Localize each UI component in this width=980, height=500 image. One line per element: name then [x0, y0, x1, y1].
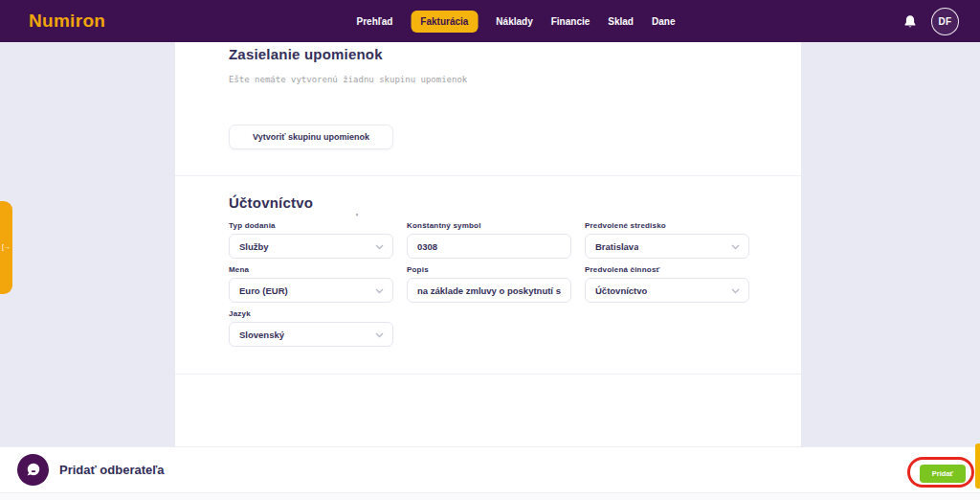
- app-window: Numiron Prehľad Fakturácia Náklady Finan…: [0, 0, 980, 500]
- reminders-section-title: Zasielanie upomienok: [229, 46, 383, 62]
- footer-action-label: Pridať odberateľa: [59, 463, 165, 477]
- section-divider: [175, 175, 801, 176]
- chat-bubble-badge: [17, 454, 49, 486]
- accounting-form: Typ dodania Služby Konštantný symbol Pre…: [229, 221, 749, 347]
- select-value: Služby: [239, 241, 269, 252]
- chevron-down-icon: [375, 332, 384, 338]
- predvolena-cinnost-select[interactable]: Účtovníctvo: [585, 278, 749, 303]
- field-predvolene-stredisko: Predvolené stredisko Bratislava: [585, 221, 749, 259]
- field-mena: Mena Euro (EUR): [229, 265, 393, 303]
- select-value: Euro (EUR): [239, 285, 288, 296]
- section-divider: [175, 374, 801, 375]
- field-konstantny-symbol: Konštantný symbol: [407, 221, 571, 259]
- create-reminder-group-button[interactable]: Vytvoriť skupinu upomienok: [229, 125, 393, 149]
- reminders-empty-message: Ešte nemáte vytvorenú žiadnu skupinu upo…: [229, 75, 467, 84]
- chevron-down-icon: [375, 288, 384, 294]
- field-label: Predvolené stredisko: [585, 221, 749, 230]
- bottom-page-strip: [0, 492, 980, 500]
- app-logo[interactable]: Numiron: [29, 11, 105, 32]
- field-typ-dodania: Typ dodania Služby: [229, 221, 393, 259]
- chevron-down-icon: [731, 244, 740, 250]
- select-value: Bratislava: [595, 241, 638, 252]
- mena-select[interactable]: Euro (EUR): [229, 278, 393, 303]
- field-label: Konštantný symbol: [407, 221, 571, 230]
- main-navigation: Prehľad Fakturácia Náklady Financie Skla…: [357, 0, 676, 42]
- user-avatar[interactable]: DF: [931, 8, 959, 35]
- field-predvolena-cinnost: Predvolená činnosť Účtovníctvo: [585, 265, 749, 303]
- predvolene-stredisko-select[interactable]: Bratislava: [585, 234, 749, 259]
- field-label: Popis: [407, 265, 571, 274]
- jazyk-select[interactable]: Slovenský: [229, 322, 393, 347]
- field-label: Mena: [229, 265, 393, 274]
- side-panel-toggle[interactable]: [→: [0, 201, 12, 294]
- chevron-down-icon: [731, 288, 740, 294]
- field-label: Jazyk: [229, 309, 393, 318]
- field-popis: Popis: [407, 265, 571, 303]
- nav-tab-financie[interactable]: Financie: [551, 16, 590, 27]
- accounting-section-title: Účtovníctvo: [229, 194, 313, 211]
- field-jazyk: Jazyk Slovenský: [229, 309, 393, 347]
- nav-tab-prehlad[interactable]: Prehľad: [357, 16, 393, 27]
- nav-tab-sklad[interactable]: Sklad: [608, 16, 634, 27]
- nav-tab-naklady[interactable]: Náklady: [496, 16, 532, 27]
- bell-icon[interactable]: [903, 14, 917, 29]
- settings-card: Zasielanie upomienok Ešte nemáte vytvore…: [175, 42, 801, 446]
- add-customer-button[interactable]: Pridať: [920, 465, 966, 483]
- select-value: Slovenský: [239, 330, 284, 340]
- top-navbar: Numiron Prehľad Fakturácia Náklady Finan…: [0, 0, 980, 42]
- nav-tab-dane[interactable]: Dane: [652, 16, 675, 27]
- popis-input[interactable]: [407, 278, 571, 303]
- select-value: Účtovníctvo: [595, 285, 647, 296]
- expand-panel-icon: [→: [2, 243, 11, 250]
- chat-bubble-icon: [25, 463, 41, 478]
- chevron-down-icon: [375, 244, 384, 250]
- typ-dodania-select[interactable]: Služby: [229, 234, 393, 259]
- right-edge-panel-toggle[interactable]: [975, 443, 980, 489]
- nav-tab-fakturacia[interactable]: Fakturácia: [411, 11, 478, 33]
- konstantny-symbol-input[interactable]: [407, 234, 571, 259]
- header-actions: DF: [903, 0, 959, 42]
- field-label: Predvolená činnosť: [585, 265, 749, 274]
- field-label: Typ dodania: [229, 221, 393, 230]
- action-footer: Pridať odberateľa Pridať: [0, 446, 980, 492]
